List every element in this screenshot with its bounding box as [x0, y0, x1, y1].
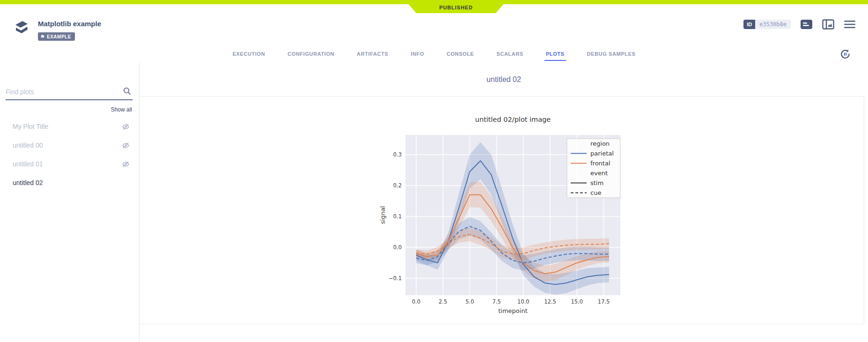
y-axis-label: signal — [379, 206, 386, 224]
task-id-value: e3530b8e — [755, 20, 791, 29]
eye-slash-icon[interactable] — [122, 123, 130, 131]
page-title: Matplotlib example — [38, 20, 101, 28]
search-icon — [123, 87, 132, 97]
tab-debug-samples[interactable]: DEBUG SAMPLES — [586, 47, 637, 61]
chart-svg: 0.02.55.07.510.012.515.017.50.30.20.10.0… — [378, 112, 626, 323]
plot-item-label: untitled 01 — [13, 160, 43, 168]
plot-list-item[interactable]: untitled 02 — [0, 173, 139, 192]
id-badge: ID — [743, 20, 755, 29]
svg-text:17.5: 17.5 — [597, 298, 610, 305]
plot-list-item[interactable]: untitled 00 — [0, 136, 139, 155]
eye-slash-icon[interactable] — [122, 141, 130, 149]
plot-figure[interactable]: 0.02.55.07.510.012.515.017.50.30.20.10.0… — [378, 112, 626, 323]
tab-artifacts[interactable]: ARTIFACTS — [355, 47, 390, 61]
svg-text:−0.1: −0.1 — [389, 275, 402, 282]
tab-execution[interactable]: EXECUTION — [231, 47, 267, 61]
svg-text:0.0: 0.0 — [393, 244, 401, 251]
plot-list: My Plot Titleuntitled 00untitled 01untit… — [0, 117, 139, 192]
svg-text:10.0: 10.0 — [517, 298, 530, 305]
auto-refresh-pause-icon[interactable] — [839, 48, 851, 60]
search-input[interactable] — [6, 86, 132, 100]
legend-label-cue: cue — [590, 189, 601, 196]
legend-label-region: region — [590, 140, 610, 147]
svg-text:0.1: 0.1 — [393, 213, 401, 220]
tab-console[interactable]: CONSOLE — [445, 47, 476, 61]
plot-card: 0.02.55.07.510.012.515.017.50.30.20.10.0… — [140, 96, 864, 324]
task-id-chip[interactable]: ID e3530b8e — [743, 20, 791, 29]
search-field — [6, 86, 132, 100]
example-badge-label: EXAMPLE — [47, 34, 71, 39]
plot-list-item[interactable]: untitled 01 — [0, 155, 139, 173]
plot-item-label: My Plot Title — [13, 123, 48, 130]
example-badge: EXAMPLE — [38, 32, 75, 41]
tab-scalars[interactable]: SCALARS — [495, 47, 525, 61]
svg-text:12.5: 12.5 — [544, 298, 556, 305]
show-all-link[interactable]: Show all — [0, 106, 132, 113]
legend-label-event: event — [590, 170, 608, 177]
svg-text:2.5: 2.5 — [438, 298, 447, 305]
section-title: untitled 02 — [140, 63, 868, 96]
tab-info[interactable]: INFO — [409, 47, 426, 61]
puzzle-icon — [40, 34, 45, 39]
clearml-logo-icon — [13, 16, 30, 41]
tab-configuration[interactable]: CONFIGURATION — [286, 47, 336, 61]
plot-list-item[interactable]: My Plot Title — [0, 117, 139, 136]
status-badge: PUBLISHED — [405, 0, 507, 13]
plot-item-label: untitled 00 — [13, 141, 43, 149]
svg-text:0.2: 0.2 — [393, 182, 401, 189]
legend-label-parietal: parietal — [590, 150, 614, 157]
main-panel: untitled 02 0.02.55.07.510.012.515.017.5… — [140, 63, 868, 342]
menu-icon[interactable] — [844, 20, 856, 29]
svg-text:0.0: 0.0 — [412, 298, 420, 305]
eye-slash-icon[interactable] — [122, 160, 130, 168]
tab-bar: EXECUTIONCONFIGURATIONARTIFACTSINFOCONSO… — [0, 47, 868, 61]
legend-label-frontal: frontal — [590, 160, 611, 167]
svg-text:15.0: 15.0 — [571, 298, 583, 305]
legend-label-stim: stim — [590, 179, 603, 186]
header-actions: ID e3530b8e — [743, 15, 856, 33]
plot-item-label: untitled 02 — [13, 179, 43, 186]
tab-plots[interactable]: PLOTS — [544, 47, 566, 61]
split-view-icon[interactable] — [822, 19, 834, 30]
plots-sidebar: Show all My Plot Titleuntitled 00untitle… — [0, 63, 140, 342]
svg-text:0.3: 0.3 — [393, 151, 401, 158]
brand: Matplotlib example EXAMPLE — [13, 16, 101, 41]
status-badge-label: PUBLISHED — [439, 5, 473, 10]
chart-title: untitled 02/plot image — [475, 116, 551, 123]
task-details-icon[interactable] — [800, 19, 813, 30]
svg-text:5.0: 5.0 — [465, 298, 474, 305]
x-axis-label: timepoint — [498, 307, 528, 314]
svg-text:7.5: 7.5 — [492, 298, 500, 305]
